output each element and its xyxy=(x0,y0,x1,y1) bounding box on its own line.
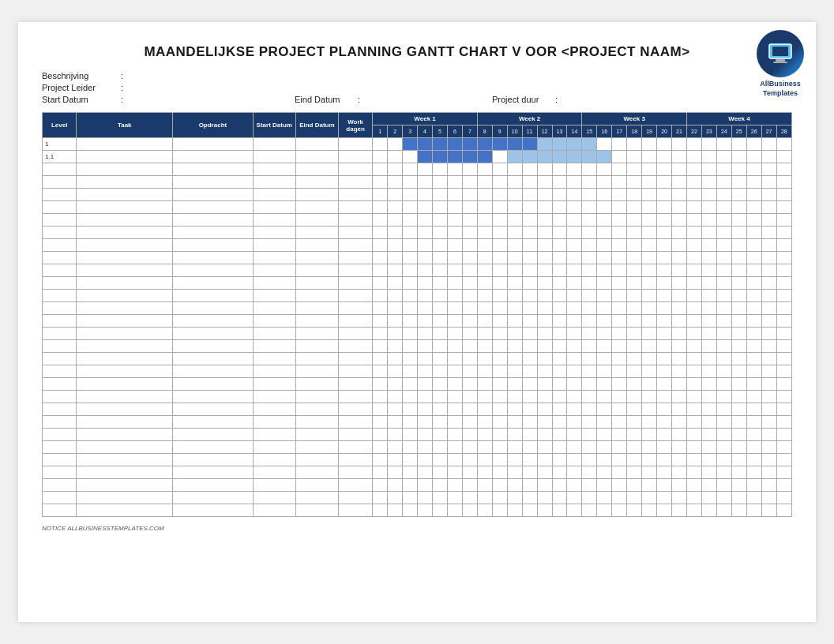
cell-bar-27 xyxy=(776,441,791,454)
cell-bar-24 xyxy=(731,479,746,492)
cell-bar-6 xyxy=(462,479,477,492)
cell-start xyxy=(253,340,295,353)
day-header-23: 23 xyxy=(701,125,716,138)
cell-eind xyxy=(295,454,338,466)
cell-bar-19 xyxy=(657,365,672,378)
cell-bar-9 xyxy=(507,302,522,315)
cell-level xyxy=(43,315,77,328)
col-header-week2: Week 2 xyxy=(477,113,582,125)
cell-bar-0 xyxy=(373,454,388,466)
cell-bar-5 xyxy=(447,302,462,315)
cell-bar-10 xyxy=(522,441,537,454)
cell-bar-0 xyxy=(373,429,388,441)
cell-bar-12 xyxy=(552,315,567,328)
cell-level xyxy=(43,391,77,403)
cell-bar-0 xyxy=(373,201,388,214)
table-row xyxy=(43,264,792,277)
cell-bar-17 xyxy=(627,378,642,391)
cell-bar-22 xyxy=(701,227,716,239)
cell-bar-7 xyxy=(477,264,492,277)
cell-bar-1 xyxy=(388,391,403,403)
cell-bar-11 xyxy=(537,454,552,466)
cell-bar-11 xyxy=(537,403,552,416)
cell-start xyxy=(253,189,295,201)
cell-bar-27 xyxy=(776,227,791,239)
cell-bar-11 xyxy=(537,365,552,378)
day-header-10: 10 xyxy=(507,125,522,138)
cell-bar-5 xyxy=(447,277,462,290)
cell-bar-19 xyxy=(657,504,672,517)
cell-bar-9 xyxy=(507,365,522,378)
cell-bar-6 xyxy=(462,340,477,353)
cell-start xyxy=(253,163,295,176)
cell-bar-20 xyxy=(672,151,687,163)
cell-bar-14 xyxy=(582,239,597,252)
cell-level xyxy=(43,264,77,277)
cell-bar-4 xyxy=(433,340,448,353)
cell-work xyxy=(338,416,372,429)
cell-bar-12 xyxy=(552,391,567,403)
cell-bar-2 xyxy=(403,492,418,504)
cell-bar-25 xyxy=(746,277,761,290)
cell-taak xyxy=(77,138,173,151)
cell-bar-8 xyxy=(492,264,507,277)
cell-bar-13 xyxy=(567,416,582,429)
cell-bar-23 xyxy=(716,163,731,176)
cell-bar-7 xyxy=(477,441,492,454)
cell-bar-22 xyxy=(701,252,716,264)
cell-bar-22 xyxy=(701,479,716,492)
cell-bar-27 xyxy=(776,138,791,151)
cell-bar-25 xyxy=(746,429,761,441)
cell-bar-8 xyxy=(492,239,507,252)
col-header-start: Start Datum xyxy=(253,113,295,138)
cell-bar-0 xyxy=(373,277,388,290)
cell-bar-5 xyxy=(447,416,462,429)
cell-taak xyxy=(77,429,173,441)
cell-bar-23 xyxy=(716,302,731,315)
cell-bar-5 xyxy=(447,492,462,504)
cell-bar-14 xyxy=(582,315,597,328)
cell-bar-10 xyxy=(522,416,537,429)
cell-bar-16 xyxy=(612,277,627,290)
cell-bar-23 xyxy=(716,365,731,378)
cell-bar-15 xyxy=(597,163,612,176)
cell-bar-18 xyxy=(642,416,657,429)
cell-opdracht xyxy=(173,201,254,214)
cell-bar-5 xyxy=(447,429,462,441)
cell-bar-7 xyxy=(477,353,492,365)
cell-bar-25 xyxy=(746,189,761,201)
cell-bar-11 xyxy=(537,151,552,163)
cell-bar-12 xyxy=(552,252,567,264)
cell-eind xyxy=(295,302,338,315)
cell-bar-21 xyxy=(686,391,701,403)
table-row xyxy=(43,328,792,340)
cell-bar-17 xyxy=(627,239,642,252)
cell-work xyxy=(338,365,372,378)
cell-bar-10 xyxy=(522,403,537,416)
cell-bar-6 xyxy=(462,176,477,189)
cell-bar-13 xyxy=(567,302,582,315)
cell-bar-6 xyxy=(462,189,477,201)
cell-bar-2 xyxy=(403,252,418,264)
cell-bar-8 xyxy=(492,138,507,151)
cell-bar-5 xyxy=(447,391,462,403)
col-header-eind: Eind Datum xyxy=(295,113,338,138)
cell-bar-1 xyxy=(388,189,403,201)
cell-bar-3 xyxy=(418,441,433,454)
cell-bar-5 xyxy=(447,163,462,176)
cell-taak xyxy=(77,264,173,277)
cell-bar-1 xyxy=(388,277,403,290)
cell-bar-23 xyxy=(716,264,731,277)
cell-bar-5 xyxy=(447,214,462,227)
cell-bar-0 xyxy=(373,151,388,163)
cell-bar-1 xyxy=(388,454,403,466)
cell-bar-0 xyxy=(373,239,388,252)
cell-bar-2 xyxy=(403,264,418,277)
cell-work xyxy=(338,466,372,479)
notice: NOTICE ALLBUSINESSTEMPLATES.COM xyxy=(42,525,792,532)
cell-work xyxy=(338,378,372,391)
cell-bar-23 xyxy=(716,328,731,340)
cell-bar-12 xyxy=(552,227,567,239)
cell-bar-13 xyxy=(567,479,582,492)
cell-start xyxy=(253,353,295,365)
